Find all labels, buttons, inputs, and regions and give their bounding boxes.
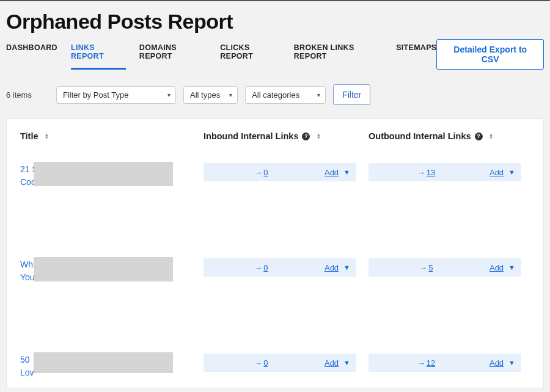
inbound-count-link[interactable]: 0: [263, 263, 268, 272]
arrow-right-icon: →: [418, 169, 425, 177]
table-row: 21 S Coo →0 Add ▼: [20, 154, 530, 250]
outbound-count[interactable]: →12: [369, 358, 485, 368]
outbound-pill: →13 Add ▼: [369, 163, 521, 181]
inbound-cell: →0 Add ▼: [204, 163, 369, 181]
title-cell: 21 S Coo: [20, 163, 204, 189]
inbound-pill: →0 Add ▼: [204, 258, 356, 277]
arrow-right-icon: →: [255, 359, 262, 368]
outbound-pill: →12 Add ▼: [369, 354, 521, 372]
inbound-count[interactable]: →0: [204, 358, 320, 368]
arrow-right-icon: →: [418, 359, 425, 368]
filter-types-select[interactable]: All types ▾: [183, 86, 238, 104]
filter-bar: 6 items Filter by Post Type ▾ All types …: [6, 84, 544, 105]
chevron-down-icon: ▾: [167, 92, 170, 98]
column-title-label: Title: [20, 131, 38, 141]
post-title-line2: Lov: [20, 368, 34, 377]
outbound-count-link[interactable]: 12: [427, 358, 435, 368]
filter-categories-select[interactable]: All categories ▾: [245, 86, 326, 104]
inbound-count-link[interactable]: 0: [263, 358, 268, 368]
outbound-count[interactable]: →5: [369, 263, 485, 272]
redacted-block: [34, 162, 173, 186]
chevron-down-icon[interactable]: ▼: [343, 169, 350, 176]
title-cell: 50 Lov: [20, 354, 204, 379]
filter-post-type-label: Filter by Post Type: [63, 90, 128, 100]
filter-post-type-select[interactable]: Filter by Post Type ▾: [56, 86, 176, 104]
outbound-count-link[interactable]: 5: [428, 263, 433, 272]
add-outbound-button[interactable]: Add: [485, 358, 508, 368]
title-cell: Wh You: [20, 258, 204, 284]
table-body: 21 S Coo →0 Add ▼: [7, 154, 543, 388]
help-icon[interactable]: ?: [475, 132, 483, 140]
sort-icon: ▲▼: [316, 133, 321, 139]
table-header: Title ▲▼ Inbound Internal Links ? ▲▼ Out…: [7, 119, 543, 154]
help-icon[interactable]: ?: [302, 132, 310, 140]
outbound-pill: →5 Add ▼: [369, 258, 521, 277]
arrow-right-icon: →: [420, 264, 427, 272]
redacted-block: [34, 257, 173, 281]
outbound-cell: →12 Add ▼: [369, 354, 530, 372]
inbound-pill: →0 Add ▼: [204, 354, 356, 372]
page-title: Orphaned Posts Report: [6, 10, 544, 34]
chevron-down-icon[interactable]: ▼: [343, 359, 350, 366]
results-panel: Title ▲▼ Inbound Internal Links ? ▲▼ Out…: [6, 118, 544, 388]
redacted-block: [34, 352, 173, 373]
column-inbound-label: Inbound Internal Links: [204, 131, 298, 141]
sort-icon: ▲▼: [45, 133, 50, 139]
post-title-line2: You: [20, 272, 35, 282]
chevron-down-icon[interactable]: ▼: [508, 169, 515, 176]
add-inbound-button[interactable]: Add: [320, 358, 343, 368]
column-title[interactable]: Title ▲▼: [20, 131, 204, 141]
inbound-cell: →0 Add ▼: [204, 258, 369, 277]
inbound-count-link[interactable]: 0: [263, 168, 268, 177]
arrow-right-icon: →: [255, 264, 262, 272]
outbound-cell: →5 Add ▼: [369, 258, 530, 277]
column-outbound[interactable]: Outbound Internal Links ? ▲▼: [369, 131, 530, 141]
outbound-cell: →13 Add ▼: [369, 163, 530, 181]
sort-icon: ▲▼: [489, 133, 494, 139]
table-row: 50 Lov →0 Add ▼: [20, 345, 530, 388]
table-row: Wh You →0 Add ▼: [20, 250, 530, 345]
inbound-count[interactable]: →0: [204, 168, 320, 177]
chevron-down-icon[interactable]: ▼: [508, 264, 515, 271]
tab-sitemaps[interactable]: SITEMAPS: [396, 38, 436, 70]
tab-domains-report[interactable]: DOMAINS REPORT: [139, 38, 207, 70]
outbound-count-link[interactable]: 13: [427, 168, 435, 177]
add-inbound-button[interactable]: Add: [320, 168, 343, 177]
outbound-count[interactable]: →13: [369, 168, 485, 177]
add-outbound-button[interactable]: Add: [485, 263, 508, 272]
tab-links-report[interactable]: LINKS REPORT: [71, 38, 126, 70]
filter-button[interactable]: Filter: [333, 84, 370, 105]
tab-dashboard[interactable]: DASHBOARD: [6, 38, 57, 70]
filter-types-label: All types: [190, 90, 220, 100]
chevron-down-icon[interactable]: ▼: [508, 359, 515, 366]
column-inbound[interactable]: Inbound Internal Links ? ▲▼: [204, 131, 369, 141]
post-title-line1: 50: [20, 355, 30, 365]
chevron-down-icon: ▾: [229, 92, 232, 98]
tab-broken-links-report[interactable]: BROKEN LINKS REPORT: [294, 38, 383, 70]
inbound-pill: →0 Add ▼: [204, 163, 356, 181]
inbound-cell: →0 Add ▼: [204, 354, 369, 372]
inbound-count[interactable]: →0: [204, 263, 320, 272]
chevron-down-icon: ▾: [317, 92, 320, 98]
tab-bar: DASHBOARD LINKS REPORT DOMAINS REPORT CL…: [6, 38, 544, 70]
filter-categories-label: All categories: [252, 90, 299, 100]
export-csv-button[interactable]: Detailed Export to CSV: [436, 39, 544, 70]
tabs: DASHBOARD LINKS REPORT DOMAINS REPORT CL…: [6, 38, 436, 70]
add-inbound-button[interactable]: Add: [320, 263, 343, 272]
items-count: 6 items: [6, 90, 43, 100]
arrow-right-icon: →: [255, 169, 262, 177]
post-title-line1: Wh: [20, 260, 33, 269]
tab-clicks-report[interactable]: CLICKS REPORT: [220, 38, 280, 70]
chevron-down-icon[interactable]: ▼: [343, 264, 350, 271]
add-outbound-button[interactable]: Add: [485, 168, 508, 177]
column-outbound-label: Outbound Internal Links: [369, 131, 471, 141]
